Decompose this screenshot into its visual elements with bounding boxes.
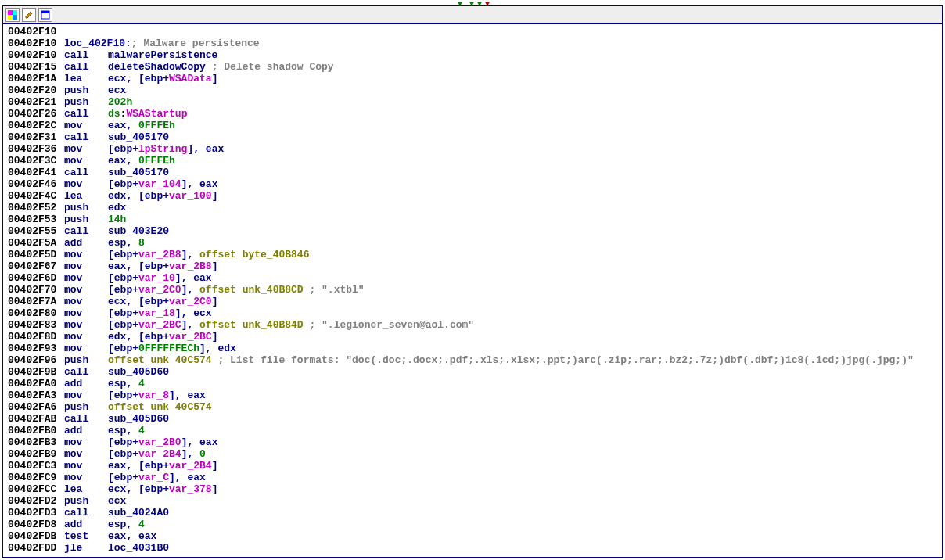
mnemonic: add xyxy=(64,378,108,389)
operands: [ebp+var_8], eax xyxy=(108,389,206,401)
asm-row[interactable]: 00402F53 push14h xyxy=(8,214,937,225)
mnemonic: mov xyxy=(64,472,108,483)
asm-row[interactable]: 00402F93 mov[ebp+0FFFFFFECh], edx xyxy=(8,343,937,354)
mnemonic: push xyxy=(64,401,108,413)
asm-row[interactable]: 00402F21 push202h xyxy=(8,96,937,108)
asm-row[interactable]: 00402F10 xyxy=(8,26,937,38)
mnemonic: push xyxy=(64,214,108,225)
asm-row[interactable]: 00402F83 mov[ebp+var_2BC], offset unk_40… xyxy=(8,319,937,331)
asm-row[interactable]: 00402FD3 callsub_4024A0 xyxy=(8,507,937,519)
asm-row[interactable]: 00402FAB callsub_405D60 xyxy=(8,413,937,425)
disassembly-listing[interactable]: 00402F10 00402F10 loc_402F10: ; Malware … xyxy=(3,24,942,557)
operands: [ebp+var_18], ecx xyxy=(108,307,212,319)
asm-row[interactable]: 00402F96 pushoffset unk_40C574 ; List fi… xyxy=(8,354,937,366)
address: 00402F96 xyxy=(8,354,64,366)
operands: edx, [ebp+var_100] xyxy=(108,190,217,202)
graph-arrows-bar: ▼▼▼▼ xyxy=(0,0,945,4)
asm-row[interactable]: 00402FA3 mov[ebp+var_8], eax xyxy=(8,389,937,401)
operands: [ebp+var_104], eax xyxy=(108,178,217,190)
asm-row[interactable]: 00402F5D mov[ebp+var_2B8], offset byte_4… xyxy=(8,249,937,260)
asm-row[interactable]: 00402FB0 addesp, 4 xyxy=(8,425,937,436)
asm-row[interactable]: 00402F20 pushecx xyxy=(8,84,937,96)
mnemonic: add xyxy=(64,425,108,436)
asm-row[interactable]: 00402F7A movecx, [ebp+var_2C0] xyxy=(8,296,937,307)
address: 00402F80 xyxy=(8,307,64,319)
mnemonic: mov xyxy=(64,249,108,260)
address: 00402F9B xyxy=(8,366,64,378)
asm-row[interactable]: 00402F31 callsub_405170 xyxy=(8,131,937,143)
mnemonic: lea xyxy=(64,73,108,84)
asm-row[interactable]: 00402F41 callsub_405170 xyxy=(8,167,937,178)
operands: ecx, [ebp+var_378] xyxy=(108,483,217,495)
flow-arrow-icon: ▼ xyxy=(477,0,482,10)
operands: sub_403E20 xyxy=(108,225,169,237)
asm-row[interactable]: 00402F1A leaecx, [ebp+WSAData] xyxy=(8,73,937,84)
operands: sub_405D60 xyxy=(108,413,169,425)
operands: eax, eax xyxy=(108,530,156,542)
asm-row[interactable]: 00402F3C moveax, 0FFFEh xyxy=(8,155,937,167)
asm-row[interactable]: 00402FD2 pushecx xyxy=(8,495,937,507)
address: 00402F5A xyxy=(8,237,64,249)
color-tool-icon[interactable] xyxy=(5,8,20,22)
asm-row[interactable]: 00402F4C leaedx, [ebp+var_100] xyxy=(8,190,937,202)
asm-row[interactable]: 00402F46 mov[ebp+var_104], eax xyxy=(8,178,937,190)
mnemonic: mov xyxy=(64,284,108,296)
asm-row[interactable]: 00402F5A addesp, 8 xyxy=(8,237,937,249)
operands: [ebp+lpString], eax xyxy=(108,143,224,155)
address: 00402F10 xyxy=(8,49,64,61)
asm-row[interactable]: 00402F80 mov[ebp+var_18], ecx xyxy=(8,307,937,319)
asm-row[interactable]: 00402FCC leaecx, [ebp+var_378] xyxy=(8,483,937,495)
asm-row[interactable]: 00402FDB testeax, eax xyxy=(8,530,937,542)
address: 00402FA3 xyxy=(8,389,64,401)
operands: [ebp+var_2C0], offset unk_40B8CD ; ".xtb… xyxy=(108,284,365,296)
mnemonic: mov xyxy=(64,155,108,167)
asm-row[interactable]: 00402F15 calldeleteShadowCopy ; Delete s… xyxy=(8,61,937,73)
asm-row[interactable]: 00402FA0 addesp, 4 xyxy=(8,378,937,389)
asm-row[interactable]: 00402F10 loc_402F10: ; Malware persisten… xyxy=(8,38,937,49)
asm-row[interactable]: 00402FA6 pushoffset unk_40C574 xyxy=(8,401,937,413)
operands: eax, 0FFFEh xyxy=(108,155,175,167)
operands: ecx, [ebp+var_2C0] xyxy=(108,296,217,307)
asm-row[interactable]: 00402F9B callsub_405D60 xyxy=(8,366,937,378)
operands: eax, 0FFFEh xyxy=(108,120,175,131)
mnemonic: call xyxy=(64,131,108,143)
mnemonic: mov xyxy=(64,460,108,472)
address: 00402FB0 xyxy=(8,425,64,436)
address: 00402FDB xyxy=(8,530,64,542)
operands: sub_405D60 xyxy=(108,366,169,378)
operands: ecx, [ebp+WSAData] xyxy=(108,73,217,84)
mnemonic: test xyxy=(64,530,108,542)
mnemonic: call xyxy=(64,49,108,61)
edit-tool-icon[interactable] xyxy=(22,8,36,22)
address: 00402F1A xyxy=(8,73,64,84)
asm-row[interactable]: 00402F26 callds:WSAStartup xyxy=(8,108,937,120)
asm-row[interactable]: 00402F70 mov[ebp+var_2C0], offset unk_40… xyxy=(8,284,937,296)
asm-row[interactable]: 00402F2C moveax, 0FFFEh xyxy=(8,120,937,131)
asm-row[interactable]: 00402FD8 addesp, 4 xyxy=(8,519,937,530)
mnemonic: mov xyxy=(64,272,108,284)
asm-row[interactable]: 00402F55 callsub_403E20 xyxy=(8,225,937,237)
svg-rect-2 xyxy=(8,15,13,20)
asm-row[interactable]: 00402F52 pushedx xyxy=(8,202,937,214)
mnemonic: call xyxy=(64,507,108,519)
address: 00402F83 xyxy=(8,319,64,331)
asm-row[interactable]: 00402FB9 mov[ebp+var_2B4], 0 xyxy=(8,448,937,460)
address: 00402FC9 xyxy=(8,472,64,483)
asm-row[interactable]: 00402FB3 mov[ebp+var_2B0], eax xyxy=(8,436,937,448)
operands: esp, 4 xyxy=(108,425,145,436)
asm-row[interactable]: 00402F6D mov[ebp+var_10], eax xyxy=(8,272,937,284)
asm-row[interactable]: 00402F10 callmalwarePersistence xyxy=(8,49,937,61)
address: 00402FD8 xyxy=(8,519,64,530)
operands: [ebp+var_2B0], eax xyxy=(108,436,217,448)
asm-row[interactable]: 00402F36 mov[ebp+lpString], eax xyxy=(8,143,937,155)
asm-row[interactable]: 00402FC9 mov[ebp+var_C], eax xyxy=(8,472,937,483)
window-tool-icon[interactable] xyxy=(38,8,52,22)
asm-row[interactable]: 00402FDD jleloc_4031B0 xyxy=(8,542,937,554)
asm-row[interactable]: 00402F8D movedx, [ebp+var_2BC] xyxy=(8,331,937,343)
address: 00402F2C xyxy=(8,120,64,131)
asm-row[interactable]: 00402F67 moveax, [ebp+var_2B8] xyxy=(8,260,937,272)
flow-arrow-icon: ▼ xyxy=(458,0,462,10)
operands: esp, 8 xyxy=(108,237,145,249)
asm-row[interactable]: 00402FC3 moveax, [ebp+var_2B4] xyxy=(8,460,937,472)
mnemonic: call xyxy=(64,366,108,378)
